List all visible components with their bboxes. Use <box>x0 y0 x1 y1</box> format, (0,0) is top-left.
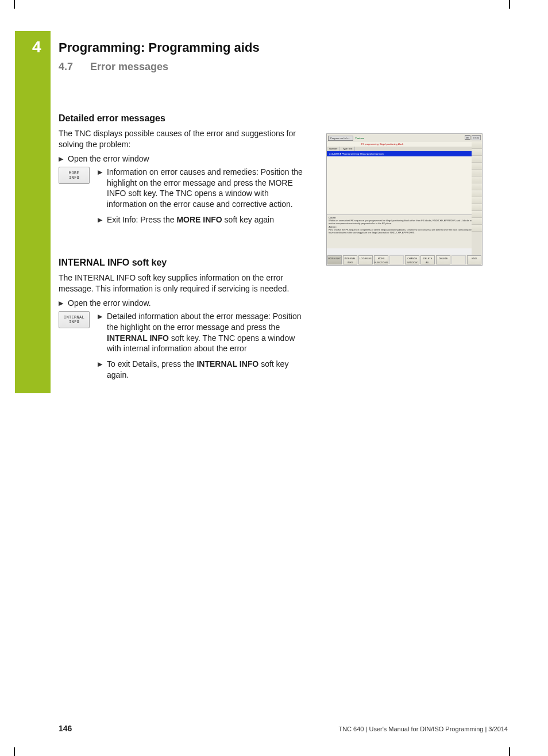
triangle-right-icon: ▶ <box>59 300 63 307</box>
page-number: 146 <box>59 724 72 733</box>
subheading-detailed: Detailed error messages <box>59 113 484 124</box>
more-info-softkey[interactable]: MORE INFO <box>59 167 90 184</box>
col-header: Number <box>327 147 340 151</box>
softkey[interactable]: CHANGE WINDOW <box>405 255 419 264</box>
shot-softkey-row: MORE INFO INTERNAL INFO LOG FILES MOFS F… <box>327 255 482 265</box>
chapter-number: 4 <box>32 38 41 56</box>
shot-title: Test run <box>356 137 364 140</box>
chapter-title: Programming: Programming aids <box>59 40 484 55</box>
bullet-text: To exit Details, press the INTERNAL INFO… <box>107 359 304 381</box>
list-item: ▶ To exit Details, press the INTERNAL IN… <box>98 359 304 381</box>
list-item: ▶ Detailed information about the error m… <box>98 311 304 355</box>
page-footer: 146 TNC 640 | User's Manual for DIN/ISO … <box>59 724 508 733</box>
triangle-right-icon: ▶ <box>98 216 102 224</box>
bullet-text: Exit Info: Press the MORE INFO soft key … <box>107 214 274 225</box>
softkey-blank <box>451 255 466 264</box>
paragraph: The INTERNAL INFO soft key supplies info… <box>59 273 306 294</box>
softkey[interactable]: DELETE ALL <box>420 255 435 264</box>
bullet-text: Information on error causes and remedies… <box>107 167 304 210</box>
tnc-screenshot: Program run full s… Test run DNC 07:35 F… <box>326 133 483 266</box>
list-item: ▶ Open the error window. <box>59 298 306 309</box>
softkey[interactable]: LOG FILES <box>358 255 373 264</box>
col-header: Type Text <box>340 147 355 151</box>
triangle-right-icon: ▶ <box>98 168 102 176</box>
shot-details-pane: Cause: Within an unresolved FK sequence … <box>327 215 482 248</box>
section-heading: 4.7 Error messages <box>59 61 484 73</box>
dnc-badge: DNC <box>465 135 470 140</box>
list-item: ▶ Information on error causes and remedi… <box>98 167 304 210</box>
softkey-blank <box>389 255 404 264</box>
softkey[interactable]: DELETE <box>436 255 450 264</box>
section-number: 4.7 <box>59 61 87 73</box>
bullet-text: Detailed information about the error mes… <box>107 311 304 355</box>
softkey-label: INTERNAL <box>59 315 89 320</box>
softkey-label: INFO <box>59 320 89 324</box>
shot-time: 07:35 <box>472 135 481 140</box>
triangle-right-icon: ▶ <box>98 313 102 320</box>
shot-titlebar: Program run full s… Test run <box>327 134 482 142</box>
shot-mode-label: Program run full s… <box>328 136 353 141</box>
softkey[interactable]: MOFS FUNCTIONS <box>374 255 388 264</box>
shot-list-area <box>327 156 482 215</box>
list-item: ▶ Exit Info: Press the MORE INFO soft ke… <box>98 214 304 225</box>
cause-text: Within an unresolved FK sequence you pro… <box>329 219 480 225</box>
section-internal: INTERNAL INFO soft key The INTERNAL INFO… <box>59 258 484 385</box>
triangle-right-icon: ▶ <box>59 155 63 163</box>
crop-mark <box>14 0 15 9</box>
list-item: ▶ Open the error window <box>59 153 306 164</box>
bullet-text: Open the error window. <box>68 298 151 309</box>
shot-error-line: FK programming: Illegal positioning bloc… <box>327 142 482 147</box>
triangle-right-icon: ▶ <box>98 360 102 368</box>
softkey-block: INTERNAL INFO ▶ Detailed information abo… <box>59 311 484 385</box>
crop-mark <box>509 0 510 9</box>
internal-info-softkey[interactable]: INTERNAL INFO <box>59 311 90 328</box>
bullet-text: Open the error window <box>68 153 149 164</box>
shot-sidebar <box>472 142 482 255</box>
sub-bullet-list: ▶ Detailed information about the error m… <box>98 311 484 385</box>
footer-text: TNC 640 | User's Manual for DIN/ISO Prog… <box>338 726 508 732</box>
softkey[interactable]: INTERNAL INFO <box>343 255 357 264</box>
paragraph: The TNC displays possible causes of the … <box>59 128 306 150</box>
softkey[interactable]: MORE INFO <box>327 255 342 264</box>
action-text: First resolve the FK sequence completely… <box>329 228 480 234</box>
softkey-label: INFO <box>59 175 89 180</box>
shot-columns: Number Type Text <box>327 147 482 151</box>
section-title: Error messages <box>90 61 168 72</box>
shot-selected-row: 411-0009 ✖ FK programming: Illegal posit… <box>327 151 482 156</box>
softkey-label: MORE <box>59 171 89 175</box>
softkey[interactable]: END <box>467 255 481 264</box>
chapter-tab <box>15 31 51 393</box>
crop-mark <box>509 747 510 756</box>
crop-mark <box>14 747 15 756</box>
